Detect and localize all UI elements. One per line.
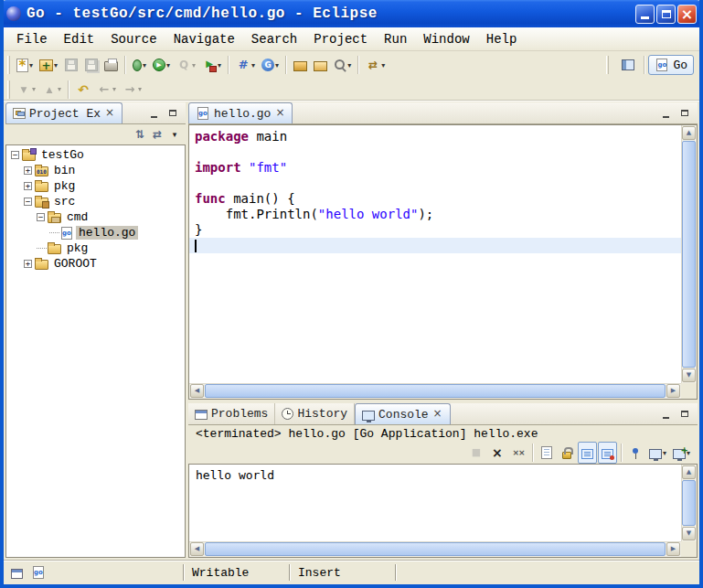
scroll-down-button[interactable]: ▼	[682, 527, 696, 540]
collapse-all-button[interactable]: ⇅	[133, 127, 147, 142]
menu-run[interactable]: Run	[376, 29, 415, 49]
maximize-button[interactable]	[656, 5, 676, 24]
link-editor-button[interactable]: ⇄	[150, 127, 165, 142]
toolbar-grip[interactable]	[606, 56, 609, 74]
toolbar-grip[interactable]	[7, 80, 10, 99]
expand-toggle-icon[interactable]: −	[11, 151, 19, 159]
maximize-view-button[interactable]	[677, 106, 692, 121]
code-line[interactable]: package main	[189, 129, 681, 144]
new-wizard-button[interactable]: *▾	[14, 54, 36, 76]
close-tab-icon[interactable]	[274, 108, 285, 120]
open-type-button[interactable]	[311, 54, 330, 76]
expand-toggle-icon[interactable]: +	[24, 166, 32, 175]
last-edit-button[interactable]: ↶	[73, 79, 93, 101]
menu-edit[interactable]: Edit	[56, 29, 103, 49]
scrollbar-thumb[interactable]	[682, 480, 696, 526]
menu-navigate[interactable]: Navigate	[165, 29, 243, 49]
expand-toggle-icon[interactable]: +	[24, 260, 32, 268]
code-line[interactable]	[189, 238, 681, 253]
scroll-right-button[interactable]: ▶	[666, 384, 680, 398]
code-editor[interactable]: package mainimport "fmt"func main() { fm…	[189, 125, 681, 383]
project-explorer-tab[interactable]: Project Ex	[5, 102, 122, 123]
code-line[interactable]: fmt.Println("hello world");	[189, 207, 681, 222]
open-perspective-button[interactable]	[615, 55, 641, 75]
close-button[interactable]	[677, 5, 697, 24]
scroll-left-button[interactable]: ◀	[190, 542, 204, 556]
clear-console-button[interactable]	[538, 442, 557, 464]
code-line[interactable]	[189, 144, 681, 160]
code-line[interactable]: import "fmt"	[189, 160, 681, 176]
go-doc-button[interactable]: G▾	[259, 54, 282, 76]
toolbar-grip[interactable]	[7, 56, 10, 74]
go-status-icon[interactable]	[33, 566, 44, 579]
show-stdout-button[interactable]	[578, 442, 597, 464]
code-line[interactable]: }	[189, 222, 681, 238]
tree-item-src[interactable]: −src	[8, 194, 183, 209]
editor-tab-hello-go[interactable]: hello.go	[188, 102, 293, 123]
menu-search[interactable]: Search	[243, 29, 305, 49]
external-tools-button[interactable]: ▶▾	[199, 54, 224, 76]
scroll-up-button[interactable]: ▲	[682, 465, 696, 479]
minimize-view-button[interactable]	[658, 407, 673, 422]
debug-button[interactable]: ▾	[130, 54, 149, 76]
show-stderr-button[interactable]	[598, 442, 617, 464]
expand-toggle-icon[interactable]: −	[37, 213, 45, 221]
code-line[interactable]: func main() {	[189, 191, 681, 207]
new-go-app-button[interactable]: #▾	[233, 54, 258, 76]
console-vertical-scrollbar[interactable]: ▲ ▼	[681, 465, 697, 541]
tree-item-goroot[interactable]: +GOROOT	[8, 256, 183, 272]
go-perspective-button[interactable]: Go	[648, 55, 694, 75]
titlebar[interactable]: Go - testGo/src/cmd/hello.go - Eclipse	[0, 0, 703, 27]
menu-help[interactable]: Help	[478, 29, 526, 49]
close-tab-icon[interactable]	[432, 409, 443, 421]
minimize-button[interactable]	[635, 5, 655, 24]
tree-item-label: hello.go	[76, 226, 138, 240]
close-tab-icon[interactable]	[104, 108, 115, 120]
scroll-up-button[interactable]: ▲	[682, 126, 696, 140]
expand-toggle-icon[interactable]: −	[24, 198, 32, 206]
remove-launch-button[interactable]: ×	[487, 442, 507, 464]
editor-horizontal-scrollbar[interactable]: ◀ ▶	[189, 383, 681, 399]
scroll-right-button[interactable]: ▶	[666, 542, 680, 556]
scroll-lock-button[interactable]	[558, 442, 577, 464]
pin-console-button[interactable]	[626, 442, 645, 464]
scrollbar-thumb[interactable]	[205, 384, 666, 398]
tab-problems[interactable]: Problems	[188, 403, 275, 424]
tab-history[interactable]: History	[275, 403, 355, 424]
remove-all-button[interactable]: ××	[508, 442, 528, 464]
tab-console[interactable]: Console	[355, 403, 451, 424]
search-button[interactable]: ▾	[331, 54, 354, 76]
print-button[interactable]	[101, 54, 121, 76]
tree-item-pkg[interactable]: pkg	[8, 241, 183, 256]
code-line[interactable]	[189, 176, 681, 191]
menu-source[interactable]: Source	[102, 29, 165, 49]
minimize-view-button[interactable]	[658, 106, 673, 121]
maximize-view-button[interactable]	[165, 106, 180, 121]
menu-window[interactable]: Window	[415, 29, 477, 49]
tree-item-testgo[interactable]: −testGo	[8, 147, 183, 163]
menu-file[interactable]: File	[8, 29, 56, 49]
tree-item-cmd[interactable]: −cmd	[8, 209, 183, 225]
run-button[interactable]: ▶▾	[150, 54, 173, 76]
tree-item-pkg[interactable]: +pkg	[8, 178, 183, 194]
scrollbar-thumb[interactable]	[205, 542, 666, 556]
menu-project[interactable]: Project	[305, 29, 376, 49]
tree-item-hello-go[interactable]: hello.go	[8, 225, 183, 241]
console-horizontal-scrollbar[interactable]: ◀ ▶	[189, 541, 681, 557]
open-console-button[interactable]: ▾	[670, 442, 693, 464]
tree-item-bin[interactable]: +bin	[8, 163, 183, 178]
view-menu-button[interactable]: ▾	[167, 127, 182, 142]
fast-view-icon[interactable]	[11, 569, 23, 579]
editor-vertical-scrollbar[interactable]: ▲ ▼	[681, 125, 697, 383]
minimize-view-button[interactable]	[146, 106, 161, 121]
open-resource-button[interactable]	[291, 54, 310, 76]
maximize-view-button[interactable]	[677, 407, 692, 422]
scroll-left-button[interactable]: ◀	[190, 384, 204, 398]
team-sync-button[interactable]: ⇄▾	[363, 54, 388, 76]
display-console-button[interactable]: ▾	[646, 442, 669, 464]
new-project-button[interactable]: +▾	[37, 54, 60, 76]
expand-toggle-icon[interactable]: +	[24, 182, 32, 190]
scroll-down-button[interactable]: ▼	[682, 369, 696, 382]
scrollbar-thumb[interactable]	[682, 141, 696, 368]
console-output[interactable]: hello world	[189, 465, 681, 541]
